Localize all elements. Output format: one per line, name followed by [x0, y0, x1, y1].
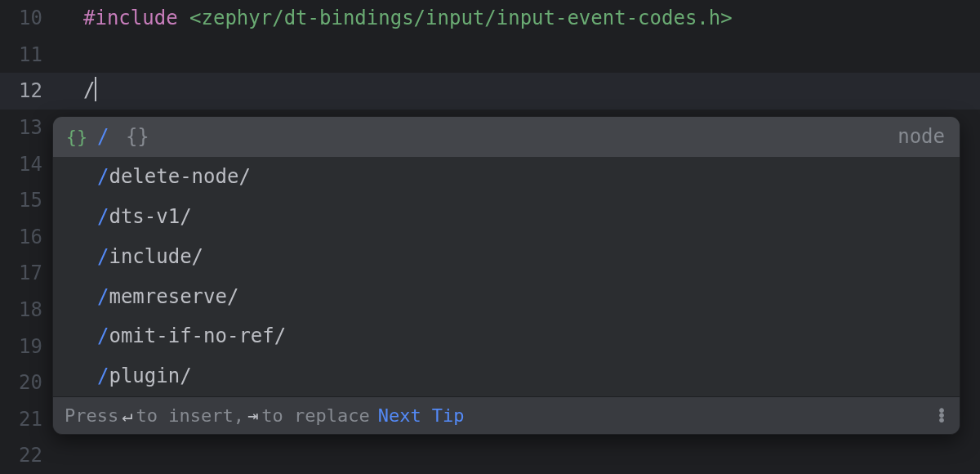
- braces-icon: {}: [65, 127, 89, 147]
- tab-key-icon: ⇥: [247, 405, 258, 426]
- line-number: 10: [0, 7, 54, 29]
- line-number: 22: [0, 444, 54, 467]
- line-number: 14: [0, 153, 54, 176]
- line-number: 15: [0, 189, 54, 212]
- hint-text: to replace: [261, 405, 369, 426]
- line-number: 20: [0, 371, 54, 394]
- autocomplete-item[interactable]: /delete-node/: [53, 157, 960, 197]
- autocomplete-item[interactable]: /omit-if-no-ref/: [53, 316, 960, 356]
- autocomplete-item[interactable]: /plugin/: [53, 356, 960, 396]
- line-number: 11: [0, 43, 54, 66]
- autocomplete-label: /include/: [97, 245, 945, 268]
- autocomplete-label: /plugin/: [97, 364, 945, 387]
- code-line-active[interactable]: 12 /: [0, 73, 980, 110]
- autocomplete-item[interactable]: /include/: [53, 236, 960, 276]
- enter-key-icon: ↵: [122, 405, 132, 426]
- code-line[interactable]: 11: [0, 37, 980, 74]
- autocomplete-item[interactable]: /dts-v1/: [53, 197, 960, 237]
- line-number: 12: [0, 79, 54, 102]
- code-line[interactable]: 22: [0, 437, 980, 474]
- line-number: 16: [0, 226, 54, 248]
- hint-text: to insert,: [136, 405, 243, 426]
- code-line[interactable]: 10 #include <zephyr/dt-bindings/input/in…: [0, 0, 980, 37]
- code-content[interactable]: #include <zephyr/dt-bindings/input/input…: [83, 7, 733, 29]
- code-content[interactable]: /: [83, 78, 96, 103]
- line-number: 13: [0, 116, 54, 139]
- line-number: 21: [0, 408, 54, 431]
- autocomplete-label: /omit-if-no-ref/: [97, 324, 945, 347]
- autocomplete-label: / {}: [97, 125, 898, 148]
- code-editor[interactable]: 10 #include <zephyr/dt-bindings/input/in…: [0, 0, 980, 474]
- autocomplete-type: node: [898, 125, 945, 148]
- autocomplete-hint-bar: Press ↵ to insert, ⇥ to replace Next Tip…: [53, 396, 960, 434]
- text-cursor: [95, 77, 96, 101]
- line-number: 19: [0, 335, 54, 358]
- typed-text: /: [83, 78, 95, 101]
- more-options-icon[interactable]: •••: [937, 408, 948, 423]
- include-path: <zephyr/dt-bindings/input/input-event-co…: [189, 7, 733, 29]
- line-number: 18: [0, 298, 54, 321]
- autocomplete-label: /memreserve/: [97, 285, 945, 308]
- hint-text: Press: [65, 405, 118, 426]
- preprocessor-keyword: #include: [83, 7, 178, 29]
- autocomplete-label: /dts-v1/: [97, 205, 945, 228]
- autocomplete-popup[interactable]: {} / {} node /delete-node/ /dts-v1/ /inc…: [52, 116, 960, 435]
- autocomplete-label: /delete-node/: [97, 165, 945, 188]
- autocomplete-item-selected[interactable]: {} / {} node: [53, 117, 960, 157]
- autocomplete-item[interactable]: /memreserve/: [53, 276, 960, 316]
- line-number: 17: [0, 262, 54, 284]
- next-tip-link[interactable]: Next Tip: [378, 405, 465, 426]
